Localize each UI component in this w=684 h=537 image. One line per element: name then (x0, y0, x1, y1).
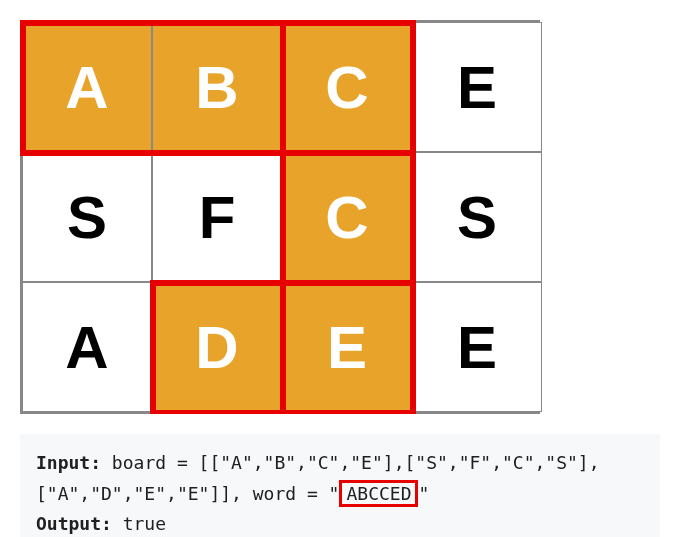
cell-0-2: C (282, 22, 412, 152)
quote-close: " (418, 483, 429, 504)
input-line-2: ["A","D","E","E"]], word = "ABCCED" (36, 479, 644, 510)
cell-0-0: A (22, 22, 152, 152)
cell-2-1: D (152, 282, 282, 412)
io-block: Input: board = [["A","B","C","E"],["S","… (20, 434, 660, 537)
cell-0-3: E (412, 22, 542, 152)
cell-2-3: E (412, 282, 542, 412)
input-line-1: Input: board = [["A","B","C","E"],["S","… (36, 448, 644, 479)
cell-0-1: B (152, 22, 282, 152)
cell-2-0: A (22, 282, 152, 412)
highlighted-word: ABCCED (339, 480, 418, 507)
output-line: Output: true (36, 509, 644, 537)
word-search-grid: A B C E S F C S A D E E (20, 20, 540, 414)
output-value: true (112, 513, 166, 534)
input-board-1: board = [["A","B","C","E"],["S","F","C",… (101, 452, 600, 473)
cell-1-0: S (22, 152, 152, 282)
input-board-2: ["A","D","E","E"]], word = (36, 483, 329, 504)
input-label: Input: (36, 452, 101, 473)
output-label: Output: (36, 513, 112, 534)
grid-container: A B C E S F C S A D E E (20, 20, 540, 414)
cell-1-1: F (152, 152, 282, 282)
cell-1-3: S (412, 152, 542, 282)
quote-open: " (329, 483, 340, 504)
cell-2-2: E (282, 282, 412, 412)
cell-1-2: C (282, 152, 412, 282)
